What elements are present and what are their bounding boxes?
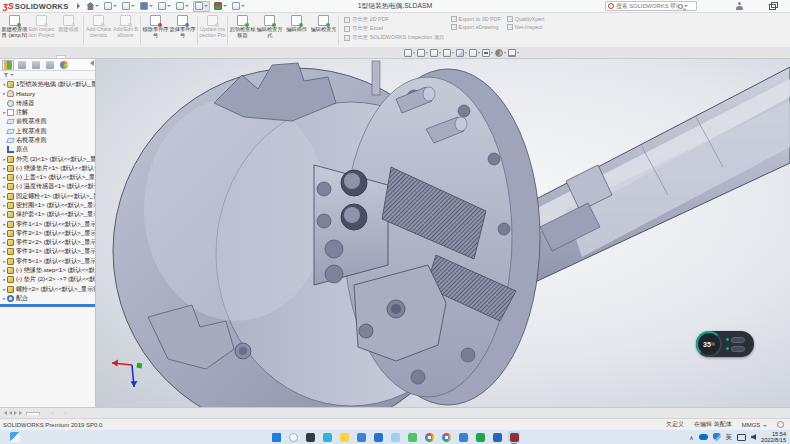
tree-item[interactable]: ▸ 固定螺栓<1> (默认<<默认>_显示 (0, 192, 95, 201)
export-3d-pdf-link[interactable]: Export to 3D PDF (451, 16, 501, 22)
edit-inspection-project-button[interactable]: Edit Inspection Project (28, 14, 55, 47)
restore-button[interactable] (769, 2, 777, 10)
record-progress-ring[interactable]: 35 % (696, 331, 722, 357)
status-units[interactable]: MMGS (742, 422, 767, 428)
scroll-left-icon[interactable] (4, 411, 7, 415)
store-button[interactable] (372, 431, 384, 443)
tree-item[interactable]: ▸ 密封圈<1> (默认<<默认>_显示状 (0, 201, 95, 210)
display-style-button[interactable] (469, 49, 480, 57)
property-manager-tab[interactable] (16, 60, 28, 70)
zoom-to-area-button[interactable] (417, 49, 428, 57)
launch-template-editor-button[interactable]: 启动检查模板器 (229, 14, 256, 47)
tab-sw-cam[interactable] (48, 56, 56, 58)
view-orientation-button[interactable] (456, 49, 467, 57)
new-file-button[interactable] (103, 1, 118, 12)
toolbar-expand-icon[interactable] (77, 3, 80, 9)
panel-collapse-icon[interactable] (90, 60, 94, 66)
configuration-manager-tab[interactable] (30, 60, 42, 70)
export-sw-inspection-link[interactable]: 导出至 SOLIDWORKS Inspection 项目 (344, 34, 445, 41)
display-manager-tab[interactable] (58, 60, 70, 70)
tab-sw-inspection[interactable] (56, 55, 66, 58)
tree-item[interactable]: ▸ 零件5<1> (默认<<默认>_显示状态 (0, 257, 95, 266)
dimxpert-manager-tab[interactable] (44, 60, 56, 70)
weather-button[interactable] (389, 431, 401, 443)
search-caret-icon[interactable] (684, 5, 688, 7)
tree-item[interactable]: ▸ (-) 温度传感器<1> (默认<<默认>_ (0, 182, 95, 191)
spreadsheet-app-button[interactable] (474, 431, 486, 443)
graphics-area[interactable]: 35 % (96, 59, 790, 407)
tree-item[interactable]: ▸ 保护套<1> (默认<<默认>_显示状 (0, 210, 95, 219)
onedrive-icon[interactable] (699, 434, 708, 440)
edit-appearance-button[interactable] (495, 49, 506, 57)
tree-item[interactable]: ▸ 零件3<1> (默认<<默认>_显示状态 (0, 247, 95, 256)
chrome-button[interactable] (440, 431, 452, 443)
view-settings-button[interactable] (508, 49, 519, 57)
tree-item[interactable]: ▸ 外壳 (2)<1> (默认<<默认>_显示状 (0, 154, 95, 163)
search-button[interactable] (287, 431, 299, 443)
tree-item[interactable]: ▸ 右视基准面 (0, 136, 95, 145)
user-icon[interactable] (736, 2, 743, 10)
tab-assembly[interactable] (0, 56, 8, 58)
edit-operations-button[interactable]: 编辑操作 (283, 14, 310, 47)
tab-evaluate[interactable] (24, 56, 32, 58)
tree-item[interactable]: ▸ 配合 (0, 294, 95, 303)
language-indicator[interactable]: 英 (726, 433, 733, 442)
color-wheel-button[interactable] (423, 431, 435, 443)
tab-scroll-arrows[interactable] (0, 411, 26, 415)
word-button[interactable] (491, 431, 503, 443)
tree-item[interactable]: ▸ 上视基准面 (0, 126, 95, 135)
new-inspection-project-button[interactable]: 新建检查项目 (amp;N) (1, 14, 28, 47)
scroll-left-icon[interactable] (9, 411, 12, 415)
hide-show-items-button[interactable] (482, 49, 493, 57)
tree-item[interactable]: ▸ 零件2<1> (默认<<默认>_显示状态 (0, 229, 95, 238)
net-inspect-link[interactable]: Net-Inspect (507, 24, 545, 30)
3d-model[interactable] (96, 59, 790, 407)
start-button[interactable] (270, 431, 282, 443)
tree-item[interactable]: ▸ (-) 绝缘垫.step<1> (默认<<默认 (0, 266, 95, 275)
previous-view-button[interactable] (430, 49, 441, 57)
tree-item[interactable]: ▸ 零件1<1> (默认<<默认>_显示状态 (0, 219, 95, 228)
green-app-button[interactable] (406, 431, 418, 443)
tree-item[interactable]: ▸ (-) 垫片 (2)<2> ->? (默认<<默认 (0, 275, 95, 284)
feature-tree-tab[interactable] (2, 60, 14, 70)
scroll-right-icon[interactable] (14, 411, 17, 415)
help-gear-icon[interactable] (777, 421, 784, 428)
add-characteristic-button[interactable]: Add Characteristic (85, 14, 112, 47)
select-button[interactable] (193, 1, 210, 12)
display-icon[interactable] (737, 434, 746, 441)
screen-recorder-widget[interactable]: 35 % (696, 331, 754, 357)
search-icon[interactable] (678, 4, 683, 9)
remove-balloon-button[interactable]: 移除零件序号 (142, 14, 169, 47)
export-edrawing-link[interactable]: Export eDrawing (451, 24, 501, 30)
tree-item[interactable]: ▸ 原点 (0, 145, 95, 154)
new-template-button[interactable]: 新建模板 (55, 14, 82, 47)
save-button[interactable] (139, 1, 154, 12)
tree-item[interactable]: ▸ 传感器 (0, 99, 95, 108)
tree-item[interactable]: ▸ (-) 绝缘垫片<1> (默认<<默认>_显 (0, 164, 95, 173)
tree-filter-row[interactable] (0, 71, 95, 80)
undo-button[interactable] (175, 1, 190, 12)
tab-mbd[interactable] (40, 56, 48, 58)
blue-app-button[interactable] (457, 431, 469, 443)
defender-shield-icon[interactable] (713, 433, 721, 442)
tree-item[interactable]: ▸ 注解 (0, 108, 95, 117)
panel-splitter[interactable] (0, 304, 95, 307)
export-2d-pdf-link[interactable]: 导出至 2D PDF (344, 16, 445, 23)
tab-sw-addins[interactable] (32, 56, 40, 58)
feature-tree-root[interactable]: ▾ 1型铠装热电偶 (默认<默认_显示状态-1 (0, 80, 95, 89)
tree-item[interactable]: ▸ (-) 上盖<1> (默认<<默认>_显示状 (0, 173, 95, 182)
export-excel-link[interactable]: 导出至 Excel (344, 25, 445, 32)
mail-button[interactable] (355, 431, 367, 443)
tab-sketch[interactable] (16, 56, 24, 58)
tree-item[interactable]: ▸ 前视基准面 (0, 117, 95, 126)
open-file-button[interactable] (121, 1, 136, 12)
tab-layout[interactable] (8, 56, 16, 58)
clock[interactable]: 15:54 2022/8/15 (761, 431, 786, 444)
volume-icon[interactable] (751, 434, 756, 440)
options-button[interactable] (231, 1, 246, 12)
zoom-to-fit-button[interactable] (404, 49, 415, 57)
tray-overflow-icon[interactable]: ∧ (689, 434, 693, 441)
scroll-right-icon[interactable] (19, 411, 22, 415)
section-view-button[interactable] (443, 49, 454, 57)
search-input[interactable] (616, 3, 678, 9)
